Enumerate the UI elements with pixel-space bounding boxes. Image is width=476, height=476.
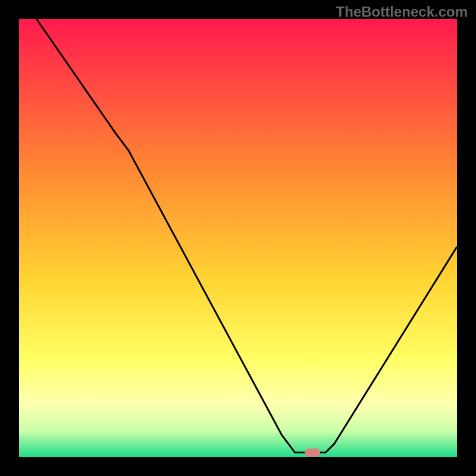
chart-container: { "watermark": "TheBottleneck.com", "cha… <box>0 0 476 476</box>
gradient-background <box>19 19 457 457</box>
bottleneck-chart <box>0 0 476 476</box>
watermark-text: TheBottleneck.com <box>336 4 468 20</box>
optimal-marker <box>305 449 320 457</box>
